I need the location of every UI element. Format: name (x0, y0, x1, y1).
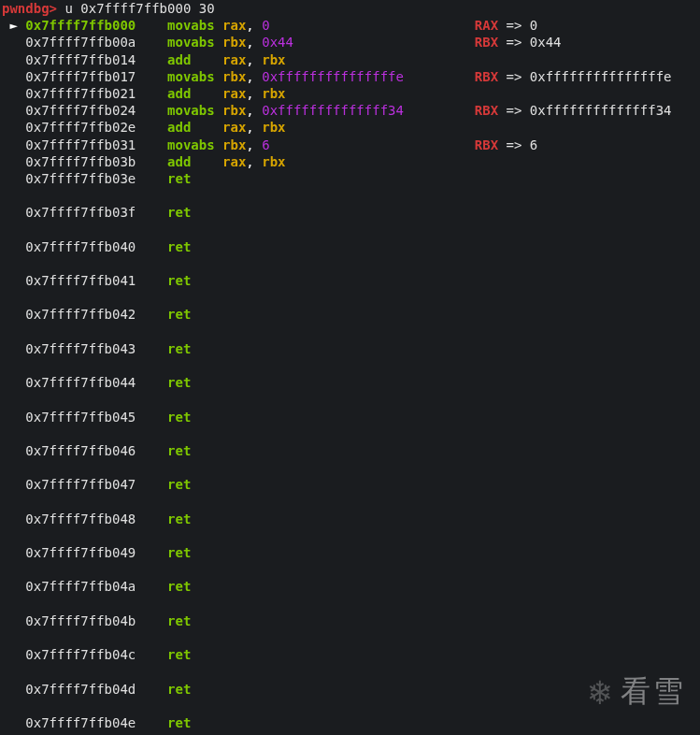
mnemonic: movabs (167, 137, 215, 153)
instruction-address: 0x7ffff7ffb024 (25, 102, 136, 119)
instruction-address: 0x7ffff7ffb040 (25, 238, 136, 255)
disasm-row: 0x7ffff7ffb049 ret (2, 544, 698, 561)
disasm-row: 0x7ffff7ffb048 ret (2, 511, 698, 527)
operand-register: rbx (262, 119, 285, 136)
instruction-address: 0x7ffff7ffb017 (25, 68, 136, 85)
current-pointer-icon (2, 153, 25, 170)
prompt-line: pwndbg> u 0x7ffff7ffb000 30 (2, 0, 698, 17)
mnemonic: ret (167, 409, 215, 425)
mnemonic: movabs (167, 102, 215, 119)
mnemonic: ret (167, 204, 215, 221)
current-pointer-icon (2, 34, 25, 50)
note-register: RBX (475, 34, 498, 50)
operand-register: rbx (222, 68, 246, 85)
current-pointer-icon (2, 511, 25, 527)
blank-line (2, 391, 698, 408)
disassembly-listing: ► 0x7ffff7ffb000 movabs rax, 0 RAX => 0 … (2, 17, 698, 731)
instruction-address: 0x7ffff7ffb04a (25, 578, 136, 595)
instruction-address: 0x7ffff7ffb021 (25, 85, 136, 102)
current-pointer-icon (2, 646, 25, 663)
instruction-address: 0x7ffff7ffb045 (25, 409, 136, 425)
mnemonic: ret (167, 170, 215, 187)
disasm-row: 0x7ffff7ffb04b ret (2, 612, 698, 629)
operand-register: rax (222, 153, 246, 170)
instruction-address: 0x7ffff7ffb03f (25, 204, 136, 221)
current-pointer-icon (2, 272, 25, 289)
current-pointer-icon (2, 340, 25, 357)
operand-immediate: 6 (262, 137, 269, 153)
current-pointer-icon (2, 68, 25, 85)
arrow-icon: => 0xfffffffffffffffe (498, 68, 671, 85)
instruction-address: 0x7ffff7ffb043 (25, 340, 136, 357)
note-register: RAX (475, 17, 498, 34)
current-pointer-icon (2, 204, 25, 221)
mnemonic: ret (167, 374, 215, 391)
instruction-address: 0x7ffff7ffb031 (25, 137, 136, 153)
current-pointer-icon (2, 119, 25, 136)
instruction-address: 0x7ffff7ffb046 (25, 442, 136, 459)
blank-line (2, 324, 698, 340)
blank-line (2, 289, 698, 306)
mnemonic: ret (167, 340, 215, 357)
operand-register: rax (222, 85, 246, 102)
mnemonic: ret (167, 578, 215, 595)
disasm-row: 0x7ffff7ffb040 ret (2, 238, 698, 255)
note-register: RBX (475, 137, 498, 153)
disasm-row: 0x7ffff7ffb042 ret (2, 306, 698, 323)
blank-line (2, 221, 698, 238)
blank-line (2, 527, 698, 544)
prompt: pwndbg> (2, 0, 57, 17)
mnemonic: movabs (167, 17, 215, 34)
mnemonic: movabs (167, 68, 215, 85)
current-pointer-icon (2, 102, 25, 119)
instruction-address: 0x7ffff7ffb048 (25, 511, 136, 527)
instruction-address: 0x7ffff7ffb04c (25, 646, 136, 663)
mnemonic: movabs (167, 34, 215, 50)
disasm-row: 0x7ffff7ffb017 movabs rbx, 0xfffffffffff… (2, 68, 698, 85)
blank-line (2, 663, 698, 680)
disasm-row: 0x7ffff7ffb03f ret (2, 204, 698, 221)
command-text: u 0x7ffff7ffb000 30 (64, 0, 214, 17)
mnemonic: ret (167, 476, 215, 493)
mnemonic: ret (167, 272, 215, 289)
operand-immediate: 0xffffffffffffff34 (262, 102, 404, 119)
disasm-row: 0x7ffff7ffb041 ret (2, 272, 698, 289)
disasm-row: 0x7ffff7ffb043 ret (2, 340, 698, 357)
disasm-row: 0x7ffff7ffb04e ret (2, 714, 698, 731)
operand-register: rax (222, 17, 246, 34)
mnemonic: ret (167, 612, 215, 629)
blank-line (2, 493, 698, 510)
current-pointer-icon (2, 544, 25, 561)
current-pointer-icon (2, 714, 25, 731)
disasm-row: 0x7ffff7ffb044 ret (2, 374, 698, 391)
blank-line (2, 187, 698, 204)
current-pointer-icon (2, 374, 25, 391)
current-pointer-icon (2, 170, 25, 187)
mnemonic: add (167, 153, 215, 170)
current-pointer-icon (2, 409, 25, 425)
instruction-address: 0x7ffff7ffb03e (25, 170, 136, 187)
disasm-row: 0x7ffff7ffb045 ret (2, 409, 698, 425)
instruction-address: 0x7ffff7ffb04b (25, 612, 136, 629)
disasm-row: 0x7ffff7ffb03b add rax, rbx (2, 153, 698, 170)
disasm-row: 0x7ffff7ffb047 ret (2, 476, 698, 493)
note-register: RBX (475, 68, 498, 85)
disasm-row: 0x7ffff7ffb04a ret (2, 578, 698, 595)
mnemonic: ret (167, 681, 215, 698)
operand-register: rbx (222, 102, 246, 119)
operand-register: rax (222, 51, 246, 68)
blank-line (2, 596, 698, 612)
current-pointer-icon (2, 238, 25, 255)
mnemonic: add (167, 119, 215, 136)
operand-register: rax (222, 119, 246, 136)
disasm-row: 0x7ffff7ffb04d ret (2, 681, 698, 698)
disasm-row: 0x7ffff7ffb046 ret (2, 442, 698, 459)
arrow-icon: => 0xffffffffffffff34 (498, 102, 671, 119)
current-pointer-icon (2, 476, 25, 493)
current-pointer-icon (2, 442, 25, 459)
disasm-row: 0x7ffff7ffb00a movabs rbx, 0x44 RBX => 0… (2, 34, 698, 50)
instruction-address: 0x7ffff7ffb02e (25, 119, 136, 136)
blank-line (2, 561, 698, 578)
terminal-output[interactable]: pwndbg> u 0x7ffff7ffb000 30 ► 0x7ffff7ff… (0, 0, 700, 731)
blank-line (2, 425, 698, 442)
